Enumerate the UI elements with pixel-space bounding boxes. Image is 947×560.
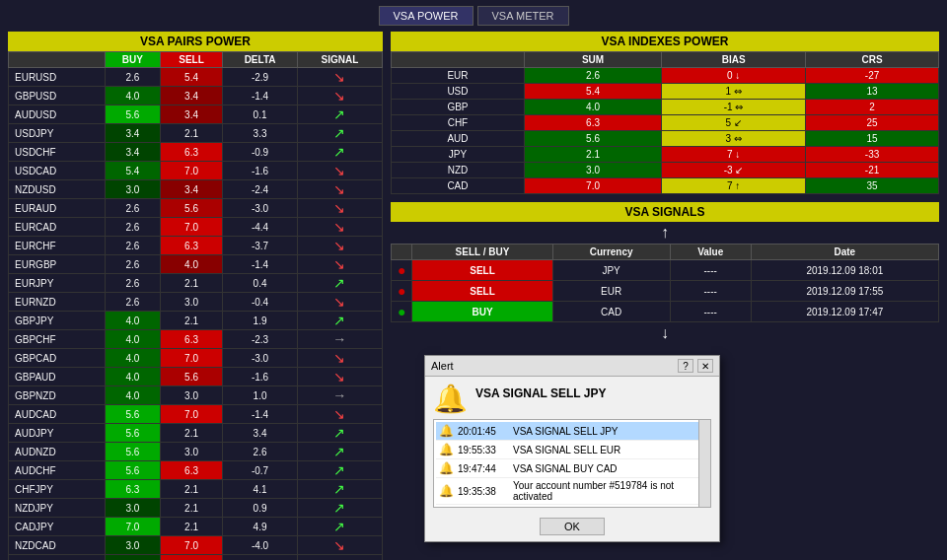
pair-buy: 4.0 <box>106 368 161 386</box>
table-row: GBPNZD 4.0 3.0 1.0 → <box>9 386 383 405</box>
table-row: NZDCAD 3.0 7.0 -4.0 ↘ <box>9 536 383 555</box>
idx-crs: -33 <box>806 147 939 163</box>
sig-col-date: Date <box>751 245 938 260</box>
alert-log-area[interactable]: 🔔20:01:45VSA SIGNAL SELL JPY🔔19:55:33VSA… <box>433 419 711 508</box>
table-row: GBPJPY 4.0 2.1 1.9 ↗ <box>9 312 383 330</box>
pair-delta: -0.4 <box>223 293 297 312</box>
pair-name: NZDCAD <box>9 536 106 555</box>
log-msg: Your account number #519784 is not activ… <box>513 480 705 502</box>
alert-help-button[interactable]: ? <box>678 359 693 373</box>
pair-delta: 0.4 <box>223 274 297 293</box>
idx-crs: -21 <box>806 163 939 178</box>
pair-buy: 7.0 <box>106 518 161 536</box>
pair-name: USDCHF <box>9 143 106 162</box>
pair-sell: 6.3 <box>160 461 223 480</box>
pair-sell: 4.0 <box>160 255 223 274</box>
pair-buy: 4.0 <box>106 330 161 349</box>
pair-delta: -3.0 <box>223 199 297 218</box>
pair-sell: 2.1 <box>160 499 223 518</box>
idx-bias: 1 ⇔ <box>662 84 806 100</box>
alert-close-button[interactable]: ✕ <box>697 359 713 373</box>
pair-name: NZDUSD <box>9 180 106 199</box>
pair-sell: 2.1 <box>160 124 223 143</box>
pair-delta: -1.4 <box>223 255 297 274</box>
pair-delta: -2.9 <box>223 68 297 87</box>
pair-buy: 5.4 <box>106 162 161 180</box>
pair-buy: 5.6 <box>106 105 161 124</box>
pair-signal: ↘ <box>297 218 382 237</box>
alert-dialog: Alert ? ✕ 🔔 VSA SIGNAL SELL JPY 🔔20:01:4… <box>424 355 720 542</box>
idx-crs: 15 <box>806 131 939 147</box>
pair-sell: 2.1 <box>160 518 223 536</box>
pair-name: AUDCAD <box>9 405 106 424</box>
pair-name: EURCHF <box>9 237 106 255</box>
idx-sum: 3.0 <box>524 163 661 178</box>
alert-ok-button[interactable]: OK <box>540 518 605 535</box>
pair-name: AUDNZD <box>9 443 106 461</box>
pair-signal: ↘ <box>297 255 382 274</box>
log-bell-icon: 🔔 <box>439 443 454 456</box>
table-row: EURGBP 2.6 4.0 -1.4 ↘ <box>9 255 383 274</box>
table-row: ● SELL EUR ---- 2019.12.09 17:55 <box>392 281 939 302</box>
alert-scrollbar[interactable] <box>698 420 710 507</box>
alert-header: 🔔 VSA SIGNAL SELL JPY <box>425 377 719 419</box>
vsa-power-button[interactable]: VSA POWER <box>379 6 474 26</box>
pair-signal: ↘ <box>297 180 382 199</box>
signals-section: VSA SIGNALS ↑ SELL / BUY Currency Value … <box>391 202 939 344</box>
pair-buy: 5.6 <box>106 424 161 443</box>
pair-signal: ↗ <box>297 274 382 293</box>
vsa-meter-button[interactable]: VSA METER <box>477 6 569 26</box>
table-row: EUR 2.6 0 ↓ -27 <box>392 68 939 84</box>
signals-nav-down[interactable]: ↓ <box>391 322 939 344</box>
pairs-col-buy: BUY <box>106 52 161 68</box>
log-time: 19:35:38 <box>458 486 509 497</box>
pair-buy: 4.0 <box>106 312 161 330</box>
signals-nav-up[interactable]: ↑ <box>391 222 939 244</box>
pair-delta: -2.3 <box>223 330 297 349</box>
idx-currency: AUD <box>392 131 525 147</box>
pair-buy: 2.6 <box>106 199 161 218</box>
pair-delta: 1.9 <box>223 312 297 330</box>
pair-buy: 3.4 <box>106 143 161 162</box>
pair-sell: 3.4 <box>160 105 223 124</box>
pair-buy: 5.6 <box>106 443 161 461</box>
idx-currency: EUR <box>392 68 525 84</box>
idx-sum: 5.6 <box>524 131 661 147</box>
sig-value: ---- <box>670 281 751 302</box>
pair-signal: ↘ <box>297 405 382 424</box>
pair-sell: 3.4 <box>160 180 223 199</box>
pair-name: EURNZD <box>9 293 106 312</box>
pair-signal: ↘ <box>297 293 382 312</box>
table-row: AUDNZD 5.6 3.0 2.6 ↗ <box>9 443 383 461</box>
idx-crs: 25 <box>806 115 939 131</box>
pair-buy: 4.0 <box>106 386 161 405</box>
pair-sell: 2.1 <box>160 312 223 330</box>
pair-name: EURAUD <box>9 199 106 218</box>
pair-delta: 4.9 <box>223 518 297 536</box>
sig-dot: ● <box>392 281 412 302</box>
alert-log-inner: 🔔20:01:45VSA SIGNAL SELL JPY🔔19:55:33VSA… <box>434 420 710 507</box>
pair-sell: 5.4 <box>160 68 223 87</box>
pair-signal: ↗ <box>297 499 382 518</box>
pair-delta: -3.7 <box>223 237 297 255</box>
pair-buy: 3.4 <box>106 124 161 143</box>
idx-currency: CHF <box>392 115 525 131</box>
pair-signal: ↗ <box>297 443 382 461</box>
sig-date: 2019.12.09 18:01 <box>751 260 938 281</box>
pair-name: GBPAUD <box>9 368 106 386</box>
idx-bias: 5 ↙ <box>662 115 806 131</box>
pair-signal: ↘ <box>297 199 382 218</box>
sig-action: BUY <box>412 302 552 322</box>
table-row: JPY 2.1 7 ↓ -33 <box>392 147 939 163</box>
table-row: EURCAD 2.6 7.0 -4.4 ↘ <box>9 218 383 237</box>
pair-signal: ↗ <box>297 424 382 443</box>
log-time: 19:47:44 <box>458 463 509 474</box>
pair-sell: 6.3 <box>160 330 223 349</box>
pair-name: CADJPY <box>9 518 106 536</box>
table-row: USD 5.4 1 ⇔ 13 <box>392 84 939 100</box>
idx-sum: 2.6 <box>524 68 661 84</box>
alert-log-row: 🔔19:47:44VSA SIGNAL BUY CAD <box>436 459 708 478</box>
pair-sell: 7.0 <box>160 536 223 555</box>
pair-sell: 7.0 <box>160 162 223 180</box>
pair-delta: 0.1 <box>223 105 297 124</box>
